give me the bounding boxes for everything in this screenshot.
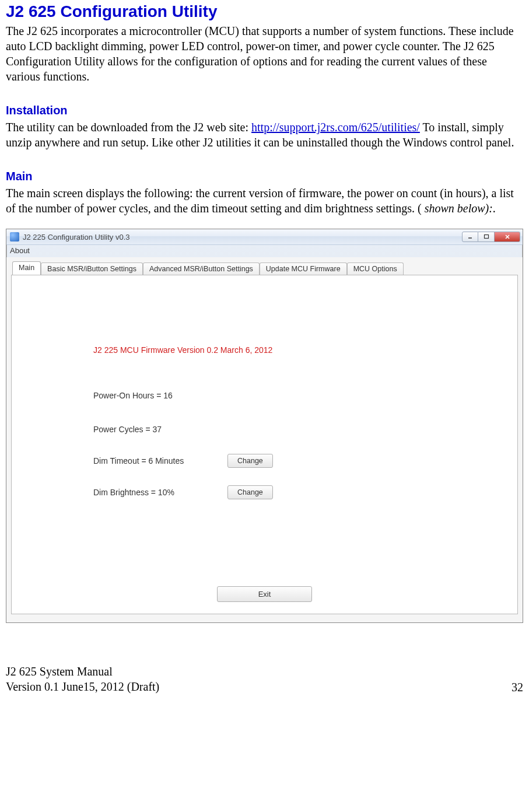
close-button[interactable]	[495, 232, 520, 242]
tab-mcu-options[interactable]: MCU Options	[347, 262, 404, 275]
footer-version: Version 0.1 June15, 2012 (Draft)	[6, 679, 159, 694]
window-client: Main Basic MSR/iButton Settings Advanced…	[6, 257, 523, 622]
tab-main[interactable]: Main	[12, 261, 41, 275]
app-window: J2 225 Configuration Utility v0.3 About …	[6, 229, 523, 623]
exit-button[interactable]: Exit	[217, 586, 313, 602]
window-controls	[462, 232, 520, 242]
window-title: J2 225 Configuration Utility v0.3	[23, 233, 462, 242]
maximize-button[interactable]	[478, 232, 495, 242]
page-number: 32	[512, 681, 523, 694]
dim-timeout-row: Dim Timeout = 6 Minutes Change	[93, 454, 273, 468]
app-icon	[10, 232, 19, 242]
installation-paragraph: The utility can be downloaded from the J…	[6, 120, 523, 150]
power-on-hours-line: Power-On Hours = 16	[93, 391, 173, 400]
footer-manual-title: J2 625 System Manual	[6, 664, 159, 679]
intro-paragraph: The J2 625 incorporates a microcontrolle…	[6, 23, 523, 84]
main-text-italic: shown below):	[425, 202, 493, 215]
change-dim-brightness-button[interactable]: Change	[227, 485, 273, 499]
exit-button-wrap: Exit	[12, 586, 517, 602]
main-paragraph: The main screen displays the following: …	[6, 186, 523, 216]
tab-basic-msr[interactable]: Basic MSR/iButton Settings	[41, 262, 143, 275]
change-dim-timeout-button[interactable]: Change	[227, 454, 273, 468]
page-footer: J2 625 System Manual Version 0.1 June15,…	[6, 664, 523, 698]
dim-timeout-label: Dim Timeout = 6 Minutes	[93, 456, 204, 466]
download-link[interactable]: http://support.j2rs.com/625/utilities/	[251, 121, 420, 134]
installation-text-before: The utility can be downloaded from the J…	[6, 121, 251, 134]
tab-page-main: J2 225 MCU Firmware Version 0.2 March 6,…	[11, 275, 518, 614]
titlebar: J2 225 Configuration Utility v0.3	[6, 229, 523, 245]
dim-brightness-row: Dim Brightness = 10% Change	[93, 485, 273, 499]
tab-advanced-msr[interactable]: Advanced MSR/iButton Settings	[143, 262, 260, 275]
minimize-button[interactable]	[462, 232, 478, 242]
tab-strip: Main Basic MSR/iButton Settings Advanced…	[11, 261, 518, 275]
installation-heading: Installation	[6, 104, 523, 117]
svg-rect-1	[484, 235, 488, 239]
menu-about[interactable]: About	[10, 246, 30, 255]
firmware-version-line: J2 225 MCU Firmware Version 0.2 March 6,…	[93, 345, 272, 355]
main-text-after: .	[493, 202, 496, 215]
menubar: About	[6, 245, 523, 257]
tab-update-firmware[interactable]: Update MCU Firmware	[260, 262, 347, 275]
main-heading: Main	[6, 170, 523, 183]
dim-brightness-label: Dim Brightness = 10%	[93, 488, 204, 497]
page-title: J2 625 Configuration Utility	[6, 2, 523, 21]
power-cycles-line: Power Cycles = 37	[93, 425, 162, 434]
